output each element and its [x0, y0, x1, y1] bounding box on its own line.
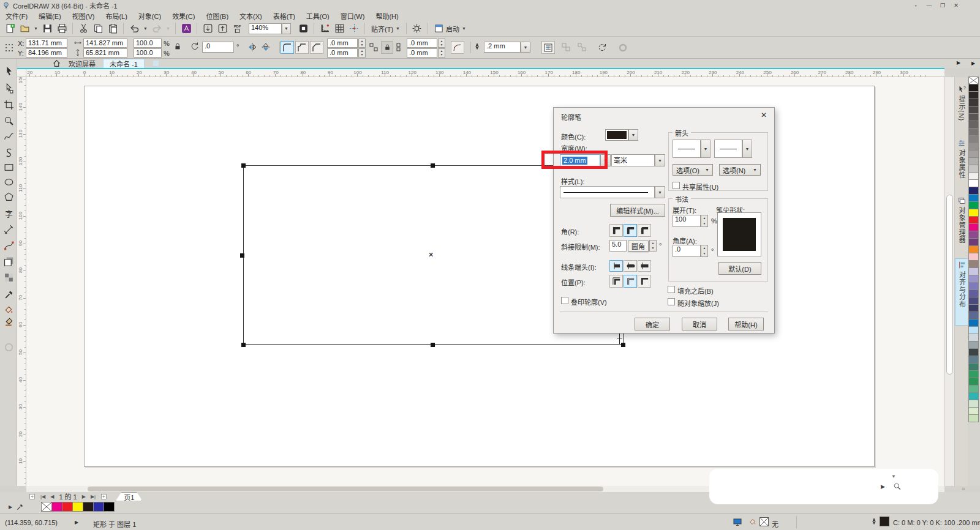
- close-icon[interactable]: ✕: [761, 111, 767, 119]
- open-caret-icon[interactable]: ▼: [32, 22, 39, 35]
- arrow-end-dropdown[interactable]: ▼: [742, 140, 752, 158]
- share-attributes-checkbox[interactable]: [673, 182, 680, 189]
- save-button[interactable]: [40, 22, 54, 35]
- cancel-button[interactable]: 取消: [682, 318, 717, 330]
- units-dropdown[interactable]: ▼: [655, 154, 665, 166]
- selection-handle-bottom-center[interactable]: [431, 343, 435, 347]
- mirror-vertical-button[interactable]: [261, 42, 271, 52]
- outline-width-combo[interactable]: .2 mm: [484, 42, 521, 53]
- export-button[interactable]: [216, 22, 229, 35]
- zoom-options-caret-icon[interactable]: ▼: [891, 474, 896, 479]
- menu-item-6[interactable]: 位图(B): [200, 10, 234, 21]
- menu-item-7[interactable]: 文本(X): [234, 10, 268, 21]
- tab-document[interactable]: 未命名 -1: [103, 59, 145, 68]
- line-style-combo[interactable]: [560, 186, 655, 198]
- corner-chamfer-button[interactable]: [310, 41, 323, 54]
- display-monitor-icon[interactable]: [733, 517, 742, 527]
- scale-v-field[interactable]: 100.0: [134, 48, 162, 58]
- palette-flyout-icon[interactable]: ▶: [971, 61, 975, 66]
- drop-shadow-tool[interactable]: [2, 255, 15, 268]
- selection-handle-top-center[interactable]: [431, 163, 435, 168]
- default-button[interactable]: 默认(D): [718, 262, 761, 275]
- horizontal-ruler[interactable]: 2010010203040506070809010011012013014015…: [26, 69, 944, 77]
- selection-handle-top-left[interactable]: [241, 163, 246, 168]
- object-width-field[interactable]: 141.827 mm: [83, 39, 127, 48]
- vertical-scrollbar-thumb[interactable]: [946, 195, 953, 375]
- docker-flyout-icon[interactable]: ▶: [957, 60, 960, 65]
- menu-item-2[interactable]: 视图(V): [67, 10, 100, 21]
- menu-item-3[interactable]: 布局(L): [100, 10, 132, 21]
- corner-radius-spinner-4[interactable]: ▲▼: [438, 48, 445, 58]
- outline-color-swatch[interactable]: [605, 129, 628, 141]
- mirror-horizontal-button[interactable]: [247, 42, 257, 52]
- publish-pdf-button[interactable]: PDF: [230, 22, 244, 35]
- minimize-button[interactable]: —: [922, 1, 936, 9]
- selection-center-mark[interactable]: ✕: [428, 251, 434, 259]
- docker-tab-4[interactable]: 对齐与分布: [955, 258, 968, 326]
- polygon-tool[interactable]: [2, 190, 15, 203]
- corner-scalloped-button[interactable]: [295, 41, 309, 54]
- menu-item-10[interactable]: 窗口(W): [335, 10, 371, 21]
- join-round-button[interactable]: [624, 224, 637, 237]
- new-tab-icon[interactable]: [153, 61, 159, 66]
- cut-button[interactable]: [77, 22, 90, 35]
- lock-ratio-icon[interactable]: [173, 42, 182, 51]
- close-window-button[interactable]: ✕: [949, 1, 963, 9]
- snap-to-button[interactable]: 贴齐(T)▼: [369, 24, 402, 34]
- ungroup-button[interactable]: [577, 42, 587, 52]
- position-outside-button[interactable]: [609, 275, 623, 288]
- cap-round-button[interactable]: [624, 260, 637, 272]
- behind-fill-checkbox[interactable]: [668, 286, 675, 293]
- zoom-level-dropdown[interactable]: ▼: [282, 23, 291, 34]
- position-inside-button[interactable]: [638, 275, 651, 288]
- horizontal-scrollbar-thumb[interactable]: [88, 487, 603, 491]
- width-units-combo[interactable]: 毫米: [611, 154, 655, 166]
- menu-item-11[interactable]: 帮助(H): [370, 10, 404, 21]
- open-button[interactable]: [18, 22, 31, 35]
- copy-button[interactable]: [91, 22, 105, 35]
- next-page-icon[interactable]: ▶: [82, 494, 86, 499]
- document-palette-swatch[interactable]: [104, 502, 115, 512]
- application-launcher-button[interactable]: 启动▼: [432, 24, 469, 34]
- arrow-start-dropdown[interactable]: ▼: [701, 140, 710, 158]
- edit-style-button[interactable]: 编辑样式(M)...: [610, 204, 665, 217]
- weld-button[interactable]: [616, 41, 630, 54]
- cap-square-button[interactable]: [638, 260, 651, 272]
- page-tab[interactable]: 页1: [116, 492, 142, 501]
- import-button[interactable]: [201, 22, 214, 35]
- corner-radius-spinner-2[interactable]: ▲▼: [358, 48, 366, 58]
- connector-tool[interactable]: [2, 239, 15, 252]
- fill-none-swatch[interactable]: [760, 517, 769, 526]
- menu-item-4[interactable]: 对象(C): [133, 10, 167, 21]
- artistic-media-tool[interactable]: [2, 146, 15, 159]
- text-wrap-button[interactable]: [541, 41, 555, 54]
- options-button[interactable]: [410, 22, 424, 35]
- menu-item-9[interactable]: 工具(O): [301, 10, 335, 21]
- restore-button[interactable]: ❐: [936, 1, 949, 9]
- cap-butt-button[interactable]: [609, 260, 623, 272]
- print-button[interactable]: [55, 22, 69, 35]
- palette-scroll-down-icon[interactable]: »: [962, 485, 965, 492]
- arrow-end-combo[interactable]: [714, 140, 742, 158]
- selection-handle-bottom-right[interactable]: [621, 343, 625, 347]
- join-miter-button[interactable]: [609, 224, 623, 237]
- play-icon[interactable]: ▶: [881, 483, 885, 490]
- smart-fill-tool[interactable]: [2, 315, 15, 328]
- menu-item-5[interactable]: 效果(C): [167, 10, 200, 21]
- options-left-button[interactable]: 选项(O)▼: [673, 164, 713, 176]
- ruler-origin-box[interactable]: [17, 69, 26, 77]
- selection-handle-middle-left[interactable]: [240, 253, 244, 258]
- outline-width-dropdown[interactable]: ▼: [521, 42, 530, 53]
- last-page-icon[interactable]: ▶|: [91, 494, 96, 499]
- docker-tab-2[interactable]: 对象属性: [955, 137, 968, 190]
- outline-color-swatch[interactable]: [880, 517, 889, 526]
- miter-limit-field[interactable]: 5.0: [609, 240, 627, 252]
- fill-color-icon[interactable]: [748, 518, 757, 526]
- arrow-start-combo[interactable]: [673, 140, 701, 158]
- document-palette-swatch[interactable]: [72, 502, 83, 512]
- interactive-fill-tool[interactable]: [2, 302, 15, 316]
- ok-button[interactable]: 确定: [635, 318, 670, 330]
- pin-window-icon[interactable]: ▫: [909, 1, 922, 9]
- rectangle-tool[interactable]: [2, 160, 15, 174]
- options-right-button[interactable]: 选项(N)▼: [719, 164, 761, 176]
